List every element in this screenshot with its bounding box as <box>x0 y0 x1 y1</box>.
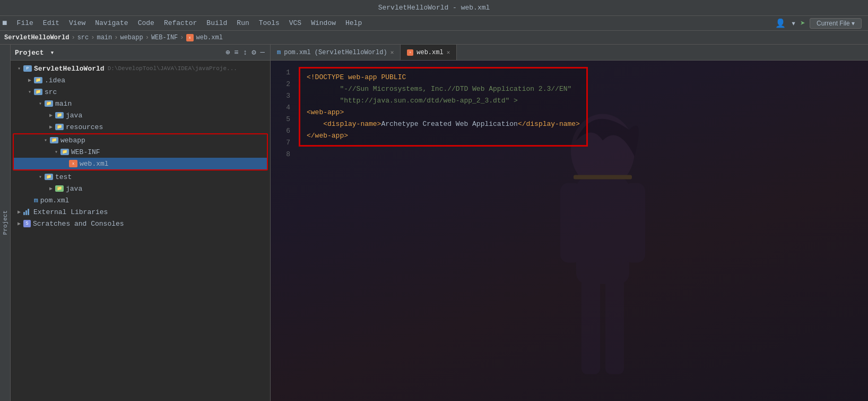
tree-item-java-test[interactable]: ▶ 📁 java <box>11 183 270 194</box>
code-editor[interactable]: 1 2 3 4 5 6 7 8 <!DOCTYPE web-app PUBLIC <box>271 61 868 401</box>
tab-pom-icon: m <box>277 49 281 56</box>
tree-item-webxml[interactable]: x web.xml <box>14 158 267 169</box>
toolbar-minimize-icon[interactable]: ─ <box>259 47 266 58</box>
code-line-6: </web-app> <box>307 130 580 142</box>
tree-label-java-test: java <box>66 185 82 193</box>
tree-item-extlibs[interactable]: ▶ External Libraries <box>11 206 270 218</box>
breadcrumb-webinf[interactable]: WEB-INF <box>151 34 178 41</box>
tab-pom-label: pom.xml (ServletHelloWorld) <box>284 49 387 56</box>
tree-label-webapp: webapp <box>60 136 85 144</box>
project-panel-title: Project ▾ <box>15 48 224 57</box>
tree-item-resources[interactable]: ▶ 📁 resources <box>11 121 270 133</box>
tree-label-pomxml: pom.xml <box>40 197 70 204</box>
editor-tab-bar: m pom.xml (ServletHelloWorld) ✕ x web.xm… <box>271 45 868 61</box>
code-line-4: <web-app> <box>307 107 580 118</box>
code-line-3: "http://java.sun.com/dtd/web-app_2_3.dtd… <box>307 95 580 107</box>
menu-code[interactable]: Code <box>134 18 159 28</box>
tree-label-webinf: WEB-INF <box>71 148 100 156</box>
tab-webxml[interactable]: x web.xml ✕ <box>401 45 457 60</box>
main-layout: Project Project ▾ ⊕ ≡ ↕ ⚙ ─ ▾ P ServletH… <box>0 45 868 401</box>
tree-item-scratches[interactable]: ▶ S Scratches and Consoles <box>11 218 270 229</box>
tree-item-webinf[interactable]: ▾ 📁 WEB-INF <box>14 146 267 158</box>
tab-webxml-label: web.xml <box>416 49 443 56</box>
menu-file[interactable]: File <box>13 18 38 28</box>
user-icon[interactable]: 👤 ▾ <box>775 18 796 29</box>
tree-label-webxml: web.xml <box>80 160 109 168</box>
tree-label-test: test <box>55 173 72 181</box>
sidebar-toolbar: ⊕ ≡ ↕ ⚙ ─ <box>224 47 266 58</box>
tree-item-java[interactable]: ▶ 📁 java <box>11 109 270 121</box>
code-content: 1 2 3 4 5 6 7 8 <!DOCTYPE web-app PUBLIC <box>271 61 868 401</box>
project-tree: ▾ P ServletHelloWorld D:\DevelopTool\JAV… <box>11 61 270 401</box>
highlighted-tree-box: ▾ 📁 webapp ▾ 📁 WEB-INF x web.xml <box>13 133 268 170</box>
current-file-button[interactable]: Current File ▾ <box>810 18 862 29</box>
vcs-arrow-icon[interactable]: ➤ <box>800 18 805 29</box>
tree-label-main: main <box>55 100 72 108</box>
code-line-2: "-//Sun Microsystems, Inc.//DTD Web Appl… <box>307 83 580 95</box>
xml-highlight-box: <!DOCTYPE web-app PUBLIC "-//Sun Microsy… <box>299 67 588 147</box>
title-bar: ServletHelloWorld - web.xml <box>0 0 868 16</box>
menu-vcs[interactable]: VCS <box>285 18 306 28</box>
tree-label-root: ServletHelloWorld <box>34 65 105 73</box>
project-side-label: Project <box>2 210 8 235</box>
breadcrumb-src[interactable]: src <box>77 34 89 41</box>
project-panel: Project ▾ ⊕ ≡ ↕ ⚙ ─ ▾ P ServletHelloWorl… <box>11 45 271 401</box>
menu-edit[interactable]: Edit <box>39 18 64 28</box>
toolbar-list-icon[interactable]: ≡ <box>233 47 239 58</box>
tree-item-pomxml[interactable]: ▶ m pom.xml <box>11 194 270 206</box>
breadcrumb-webapp[interactable]: webapp <box>120 34 143 41</box>
menu-window[interactable]: Window <box>307 18 340 28</box>
editor-area: m pom.xml (ServletHelloWorld) ✕ x web.xm… <box>271 45 868 401</box>
project-dropdown-icon[interactable]: ▾ <box>50 49 54 57</box>
tree-label-idea: .idea <box>45 76 65 84</box>
breadcrumb-root[interactable]: ServletHelloWorld <box>4 34 69 41</box>
left-panel-tab[interactable]: Project <box>0 45 11 401</box>
code-line-5: <display-name>Archetype Created Web Appl… <box>307 118 580 130</box>
tab-pom-close[interactable]: ✕ <box>390 49 394 56</box>
code-line-1: <!DOCTYPE web-app PUBLIC <box>307 72 580 83</box>
tree-item-servlethelloworld[interactable]: ▾ P ServletHelloWorld D:\DevelopTool\JAV… <box>11 63 270 74</box>
code-lines[interactable]: <!DOCTYPE web-app PUBLIC "-//Sun Microsy… <box>294 61 868 401</box>
tab-webxml-close[interactable]: ✕ <box>447 49 450 56</box>
breadcrumb-file[interactable]: web.xml <box>196 34 223 41</box>
menu-help[interactable]: Help <box>341 18 366 28</box>
tree-item-idea[interactable]: ▶ 📁 .idea <box>11 74 270 86</box>
menu-navigate[interactable]: Navigate <box>91 18 132 28</box>
tree-label-src: src <box>45 88 57 96</box>
title-text: ServletHelloWorld - web.xml <box>378 4 490 12</box>
breadcrumb-icon-xml: x <box>186 34 194 41</box>
toolbar-settings-icon[interactable]: ⚙ <box>250 47 257 58</box>
code-line-8 <box>299 160 860 172</box>
tree-item-test[interactable]: ▾ 📁 test <box>11 171 270 183</box>
toolbar-add-icon[interactable]: ⊕ <box>224 47 231 58</box>
top-right-area: 👤 ▾ ➤ Current File ▾ <box>775 18 866 29</box>
tab-pom[interactable]: m pom.xml (ServletHelloWorld) ✕ <box>271 45 401 60</box>
tree-label-scratches: Scratches and Consoles <box>33 220 124 228</box>
menu-build[interactable]: Build <box>202 18 231 28</box>
tree-item-webapp[interactable]: ▾ 📁 webapp <box>14 134 267 146</box>
menu-bar: ■ File Edit View Navigate Code Refactor … <box>0 16 868 31</box>
menu-run[interactable]: Run <box>232 18 253 28</box>
breadcrumb: ServletHelloWorld › src › main › webapp … <box>0 31 868 45</box>
tree-item-main[interactable]: ▾ 📁 main <box>11 98 270 109</box>
app-logo: ■ <box>2 19 7 28</box>
toolbar-sort-icon[interactable]: ↕ <box>242 47 248 58</box>
menu-view[interactable]: View <box>65 18 90 28</box>
tree-label-java: java <box>66 112 82 120</box>
tree-label-resources: resources <box>66 123 103 131</box>
menu-refactor[interactable]: Refactor <box>160 18 201 28</box>
project-tab-bar: Project ▾ ⊕ ≡ ↕ ⚙ ─ <box>11 45 270 61</box>
menu-tools[interactable]: Tools <box>255 18 284 28</box>
tab-webxml-icon: x <box>407 49 413 56</box>
breadcrumb-main[interactable]: main <box>97 34 112 41</box>
tree-item-src[interactable]: ▾ 📁 src <box>11 86 270 98</box>
tree-label-extlibs: External Libraries <box>33 208 108 216</box>
code-line-7 <box>299 149 860 160</box>
line-numbers: 1 2 3 4 5 6 7 8 <box>271 61 294 401</box>
